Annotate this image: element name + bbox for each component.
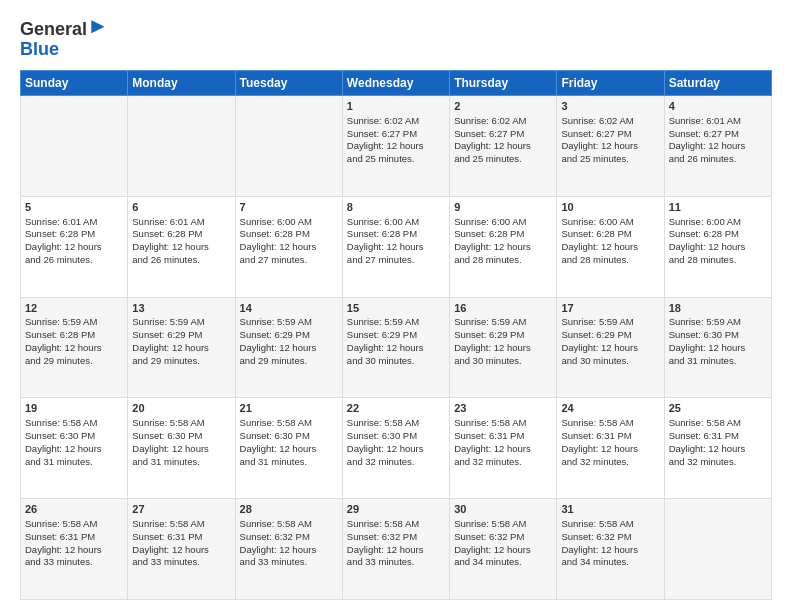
day-info: Sunrise: 6:00 AM: [347, 216, 445, 229]
calendar: SundayMondayTuesdayWednesdayThursdayFrid…: [20, 70, 772, 600]
calendar-cell-day-2: 2Sunrise: 6:02 AMSunset: 6:27 PMDaylight…: [450, 95, 557, 196]
day-info: and 28 minutes.: [561, 254, 659, 267]
day-info: Sunrise: 5:58 AM: [561, 518, 659, 531]
calendar-cell-day-29: 29Sunrise: 5:58 AMSunset: 6:32 PMDayligh…: [342, 499, 449, 600]
day-info: and 32 minutes.: [669, 456, 767, 469]
calendar-cell-day-23: 23Sunrise: 5:58 AMSunset: 6:31 PMDayligh…: [450, 398, 557, 499]
day-number: 22: [347, 401, 445, 416]
day-info: and 27 minutes.: [240, 254, 338, 267]
day-info: Sunset: 6:31 PM: [669, 430, 767, 443]
day-info: Sunset: 6:30 PM: [347, 430, 445, 443]
calendar-cell-day-19: 19Sunrise: 5:58 AMSunset: 6:30 PMDayligh…: [21, 398, 128, 499]
calendar-cell-day-8: 8Sunrise: 6:00 AMSunset: 6:28 PMDaylight…: [342, 196, 449, 297]
day-info: Sunset: 6:27 PM: [561, 128, 659, 141]
day-number: 30: [454, 502, 552, 517]
logo-blue: Blue: [20, 40, 109, 60]
day-info: and 26 minutes.: [132, 254, 230, 267]
calendar-cell-day-12: 12Sunrise: 5:59 AMSunset: 6:28 PMDayligh…: [21, 297, 128, 398]
day-number: 6: [132, 200, 230, 215]
day-info: and 30 minutes.: [347, 355, 445, 368]
day-info: Daylight: 12 hours: [132, 544, 230, 557]
calendar-header-sunday: Sunday: [21, 70, 128, 95]
day-info: Sunrise: 5:58 AM: [561, 417, 659, 430]
day-info: Sunset: 6:31 PM: [25, 531, 123, 544]
calendar-cell-day-7: 7Sunrise: 6:00 AMSunset: 6:28 PMDaylight…: [235, 196, 342, 297]
day-number: 7: [240, 200, 338, 215]
day-info: and 25 minutes.: [347, 153, 445, 166]
calendar-cell-day-4: 4Sunrise: 6:01 AMSunset: 6:27 PMDaylight…: [664, 95, 771, 196]
calendar-cell-day-5: 5Sunrise: 6:01 AMSunset: 6:28 PMDaylight…: [21, 196, 128, 297]
day-info: Daylight: 12 hours: [454, 443, 552, 456]
day-info: Sunset: 6:28 PM: [669, 228, 767, 241]
day-info: Daylight: 12 hours: [561, 443, 659, 456]
day-info: Sunset: 6:28 PM: [240, 228, 338, 241]
day-number: 27: [132, 502, 230, 517]
calendar-cell-day-1: 1Sunrise: 6:02 AMSunset: 6:27 PMDaylight…: [342, 95, 449, 196]
day-info: and 33 minutes.: [240, 556, 338, 569]
day-info: Daylight: 12 hours: [25, 443, 123, 456]
calendar-header-wednesday: Wednesday: [342, 70, 449, 95]
day-info: Daylight: 12 hours: [669, 241, 767, 254]
day-info: Sunset: 6:32 PM: [454, 531, 552, 544]
calendar-cell-day-14: 14Sunrise: 5:59 AMSunset: 6:29 PMDayligh…: [235, 297, 342, 398]
day-number: 26: [25, 502, 123, 517]
day-info: Sunset: 6:29 PM: [347, 329, 445, 342]
day-info: Sunset: 6:28 PM: [561, 228, 659, 241]
day-info: Sunrise: 5:58 AM: [454, 417, 552, 430]
day-info: Sunset: 6:29 PM: [240, 329, 338, 342]
day-info: Daylight: 12 hours: [347, 443, 445, 456]
day-info: Daylight: 12 hours: [240, 241, 338, 254]
day-info: and 26 minutes.: [669, 153, 767, 166]
day-info: Daylight: 12 hours: [25, 342, 123, 355]
day-number: 28: [240, 502, 338, 517]
day-info: Sunset: 6:32 PM: [240, 531, 338, 544]
day-info: Sunset: 6:32 PM: [561, 531, 659, 544]
day-info: Daylight: 12 hours: [347, 140, 445, 153]
day-info: and 27 minutes.: [347, 254, 445, 267]
day-info: Sunrise: 5:58 AM: [669, 417, 767, 430]
day-info: Sunset: 6:27 PM: [454, 128, 552, 141]
calendar-cell-empty: [664, 499, 771, 600]
day-info: Sunrise: 6:01 AM: [25, 216, 123, 229]
calendar-cell-day-9: 9Sunrise: 6:00 AMSunset: 6:28 PMDaylight…: [450, 196, 557, 297]
calendar-cell-day-26: 26Sunrise: 5:58 AMSunset: 6:31 PMDayligh…: [21, 499, 128, 600]
day-number: 15: [347, 301, 445, 316]
calendar-cell-day-27: 27Sunrise: 5:58 AMSunset: 6:31 PMDayligh…: [128, 499, 235, 600]
day-number: 1: [347, 99, 445, 114]
calendar-cell-day-18: 18Sunrise: 5:59 AMSunset: 6:30 PMDayligh…: [664, 297, 771, 398]
day-info: Sunrise: 5:59 AM: [240, 316, 338, 329]
calendar-week-5: 26Sunrise: 5:58 AMSunset: 6:31 PMDayligh…: [21, 499, 772, 600]
day-number: 17: [561, 301, 659, 316]
calendar-header-row: SundayMondayTuesdayWednesdayThursdayFrid…: [21, 70, 772, 95]
day-info: Sunset: 6:30 PM: [669, 329, 767, 342]
calendar-cell-day-16: 16Sunrise: 5:59 AMSunset: 6:29 PMDayligh…: [450, 297, 557, 398]
day-info: Sunrise: 5:59 AM: [25, 316, 123, 329]
day-info: Sunset: 6:27 PM: [347, 128, 445, 141]
day-info: Daylight: 12 hours: [25, 544, 123, 557]
day-info: Sunset: 6:28 PM: [25, 228, 123, 241]
page: General► Blue SundayMondayTuesdayWednesd…: [0, 0, 792, 612]
day-number: 29: [347, 502, 445, 517]
day-number: 31: [561, 502, 659, 517]
header: General► Blue: [20, 16, 772, 60]
day-info: Daylight: 12 hours: [240, 443, 338, 456]
calendar-cell-day-22: 22Sunrise: 5:58 AMSunset: 6:30 PMDayligh…: [342, 398, 449, 499]
day-info: Sunrise: 6:00 AM: [669, 216, 767, 229]
day-info: Sunrise: 6:01 AM: [669, 115, 767, 128]
day-info: Sunrise: 5:58 AM: [347, 417, 445, 430]
calendar-cell-empty: [235, 95, 342, 196]
day-info: Sunrise: 5:59 AM: [132, 316, 230, 329]
day-info: Daylight: 12 hours: [561, 140, 659, 153]
day-number: 24: [561, 401, 659, 416]
calendar-cell-empty: [21, 95, 128, 196]
day-info: Daylight: 12 hours: [132, 241, 230, 254]
day-number: 25: [669, 401, 767, 416]
day-info: Sunrise: 6:00 AM: [454, 216, 552, 229]
day-info: and 31 minutes.: [669, 355, 767, 368]
calendar-week-3: 12Sunrise: 5:59 AMSunset: 6:28 PMDayligh…: [21, 297, 772, 398]
day-info: Sunrise: 5:58 AM: [454, 518, 552, 531]
calendar-cell-day-20: 20Sunrise: 5:58 AMSunset: 6:30 PMDayligh…: [128, 398, 235, 499]
day-info: and 30 minutes.: [561, 355, 659, 368]
day-info: Sunrise: 6:02 AM: [454, 115, 552, 128]
day-info: Daylight: 12 hours: [561, 544, 659, 557]
